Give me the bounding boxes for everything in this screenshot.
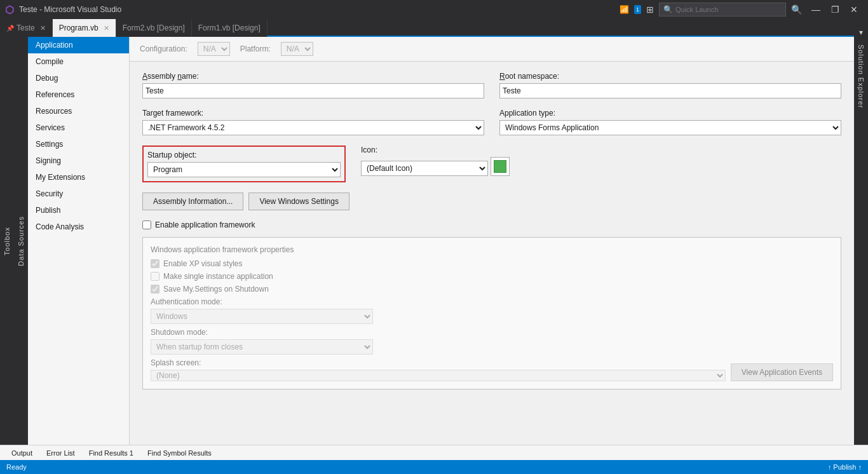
nav-item-code-analysis[interactable]: Code Analysis [28, 219, 129, 235]
target-framework-group: Target framework: .NET Framework 4.5.2 [142, 109, 484, 135]
nav-item-resources[interactable]: Resources [28, 103, 129, 119]
left-nav: Application Compile Debug References Res… [28, 37, 130, 445]
auth-mode-label: Authentication mode: [151, 297, 833, 306]
find-symbol-results-tab[interactable]: Find Symbol Results [141, 448, 218, 458]
fw-save-settings-label: Save My.Settings on Shutdown [163, 285, 269, 294]
icon-select[interactable]: (Default Icon) [361, 161, 488, 176]
nav-item-my-extensions[interactable]: My Extensions [28, 169, 129, 186]
icon-group: Icon: (Default Icon) [361, 146, 841, 182]
assembly-name-group: Assembly name: [142, 72, 484, 98]
datasources-label: Data Sources [17, 216, 25, 266]
quick-launch-bar[interactable]: 🔍 [659, 3, 786, 17]
solution-explorer-label: Solution Explorer [857, 39, 865, 109]
status-left: Ready [6, 463, 27, 471]
fw-single-instance-checkbox [151, 272, 159, 281]
maximize-button[interactable]: ❐ [826, 3, 844, 17]
enable-framework-label: Enable application framework [155, 220, 255, 229]
application-type-group: Application type: Windows Forms Applicat… [499, 109, 841, 135]
fw-save-settings-row: Save My.Settings on Shutdown [151, 285, 833, 294]
nav-item-references[interactable]: References [28, 86, 129, 103]
nav-item-security[interactable]: Security [28, 186, 129, 202]
bottom-tabs: Output Error List Find Results 1 Find Sy… [0, 445, 868, 460]
view-windows-settings-button[interactable]: View Windows Settings [248, 193, 349, 210]
toolbox-sidebar[interactable]: Toolbox [0, 37, 14, 445]
startup-object-select[interactable]: Program (None) [147, 162, 341, 177]
row-assembly-root: Assembly name: Root namespace: [142, 72, 841, 98]
platform-select[interactable]: N/A [281, 42, 313, 56]
startup-object-group: Startup object: Program (None) [142, 146, 346, 182]
fw-save-settings-checkbox [151, 285, 159, 294]
error-list-tab[interactable]: Error List [40, 448, 81, 458]
target-framework-label: Target framework: [142, 109, 484, 118]
content-area: Configuration: N/A Platform: N/A Assembl… [130, 37, 854, 445]
shutdown-mode-row: Shutdown mode: When startup form closes [151, 328, 833, 355]
config-bar: Configuration: N/A Platform: N/A [130, 37, 854, 62]
row-framework-apptype: Target framework: .NET Framework 4.5.2 A… [142, 109, 841, 135]
root-namespace-label: Root namespace: [499, 72, 841, 81]
application-type-select[interactable]: Windows Forms Application [499, 120, 841, 135]
tab-form1-design[interactable]: Form1.vb [Design] [192, 19, 268, 37]
nav-item-services[interactable]: Services [28, 119, 129, 136]
nav-item-signing[interactable]: Signing [28, 152, 129, 169]
target-framework-select[interactable]: .NET Framework 4.5.2 [142, 120, 484, 135]
main-layout: Toolbox Data Sources Application Compile… [0, 37, 868, 445]
find-results-1-tab[interactable]: Find Results 1 [83, 448, 140, 458]
close-button[interactable]: ✕ [845, 3, 863, 17]
tab-program-vb[interactable]: Program.vb ✕ [53, 19, 116, 37]
tab-label: Form2.vb [Design] [123, 24, 185, 32]
layout-icon: ⊞ [646, 4, 654, 15]
title-bar: ⬡ Teste - Microsoft Visual Studio 📶 1 ⊞ … [0, 0, 868, 19]
tab-scroll-button[interactable]: ▾ [854, 28, 868, 37]
shutdown-mode-select: When startup form closes [151, 339, 373, 355]
fw-single-instance-label: Make single instance application [163, 272, 273, 281]
root-namespace-input[interactable] [499, 83, 841, 98]
nav-item-publish[interactable]: Publish [28, 202, 129, 219]
window-controls[interactable]: — ❐ ✕ [807, 3, 863, 17]
configuration-select[interactable]: N/A [198, 42, 230, 56]
publish-status: ↑ Publish ↑ [828, 463, 862, 471]
fw-xp-styles-label: Enable XP visual styles [163, 259, 243, 268]
enable-framework-checkbox[interactable] [142, 220, 151, 229]
notification-badge: 1 [634, 5, 641, 14]
tab-form2-design[interactable]: Form2.vb [Design] [116, 19, 192, 37]
close-icon[interactable]: ✕ [104, 24, 109, 32]
fw-xp-styles-checkbox [151, 259, 159, 268]
assembly-name-input[interactable] [142, 83, 484, 98]
icon-preview-image [494, 160, 506, 173]
status-ready: Ready [6, 463, 27, 471]
shutdown-mode-label: Shutdown mode: [151, 328, 833, 337]
splash-screen-label: Splash screen: [151, 358, 726, 367]
nav-item-application[interactable]: Application [28, 37, 129, 53]
startup-object-label: Startup object: [147, 151, 341, 159]
toolbox-label: Toolbox [3, 227, 11, 255]
datasources-sidebar[interactable]: Data Sources [14, 37, 28, 445]
nav-item-settings[interactable]: Settings [28, 136, 129, 152]
buttons-row: Assembly Information... View Windows Set… [142, 193, 841, 210]
splash-screen-select: (None) [151, 370, 726, 381]
output-tab[interactable]: Output [5, 448, 39, 458]
configuration-label: Configuration: [140, 44, 187, 53]
root-namespace-group: Root namespace: [499, 72, 841, 98]
tab-label: Form1.vb [Design] [198, 24, 261, 32]
minimize-button[interactable]: — [807, 3, 825, 17]
solution-explorer-sidebar[interactable]: Solution Explorer [854, 37, 868, 445]
nav-item-compile[interactable]: Compile [28, 53, 129, 70]
platform-label: Platform: [240, 44, 271, 53]
icon-row: (Default Icon) [361, 157, 841, 176]
enable-framework-row: Enable application framework [142, 220, 841, 229]
tab-label: Program.vb [59, 24, 98, 32]
splash-screen-group: Splash screen: (None) [151, 358, 726, 381]
search-icon-main: 🔍 [791, 4, 802, 15]
status-bar: Ready ↑ Publish ↑ [0, 460, 868, 474]
assembly-information-button[interactable]: Assembly Information... [142, 193, 243, 210]
status-right: ↑ Publish ↑ [828, 463, 862, 471]
tab-teste[interactable]: 📌 Teste ✕ [0, 19, 53, 37]
assembly-name-label: Assembly name: [142, 72, 484, 81]
close-icon[interactable]: ✕ [40, 24, 46, 32]
fw-properties-title: Windows application framework properties [151, 245, 833, 254]
nav-item-debug[interactable]: Debug [28, 70, 129, 86]
fw-single-instance-row: Make single instance application [151, 272, 833, 281]
quick-launch-input[interactable] [675, 6, 771, 13]
tab-bar: 📌 Teste ✕ Program.vb ✕ Form2.vb [Design]… [0, 19, 868, 37]
search-icon: 🔍 [663, 5, 673, 14]
